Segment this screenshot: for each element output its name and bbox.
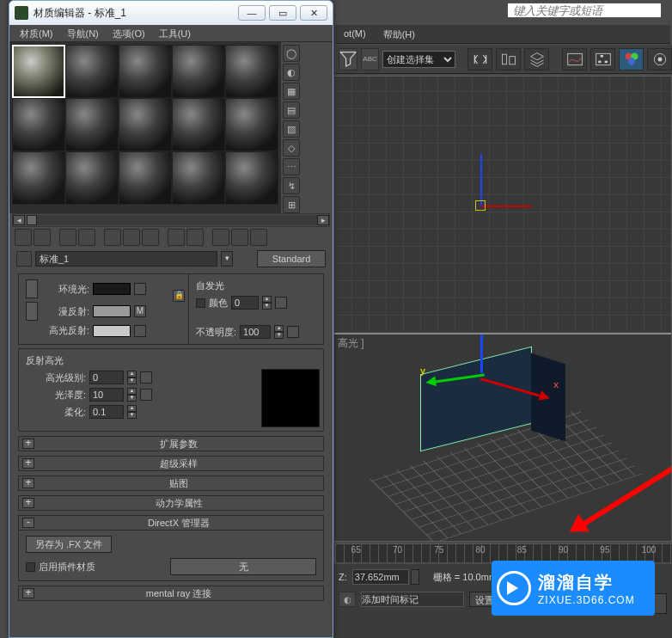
spec-level-map-button[interactable] bbox=[140, 371, 152, 383]
go-parent-icon[interactable] bbox=[231, 229, 248, 246]
spec-level-input[interactable] bbox=[89, 371, 124, 384]
material-name-dropdown[interactable]: ▾ bbox=[221, 251, 233, 267]
diffuse-map-button[interactable]: M bbox=[134, 305, 146, 317]
rollout-extended[interactable]: +扩展参数 bbox=[18, 436, 324, 451]
viewport-top[interactable] bbox=[334, 77, 671, 334]
selfillum-map-button[interactable] bbox=[275, 297, 287, 309]
rollout-dynamics[interactable]: +动力学属性 bbox=[18, 495, 324, 511]
spinner-icon[interactable]: ▲▼ bbox=[127, 405, 137, 419]
sample-slot[interactable] bbox=[119, 45, 172, 98]
menu-options[interactable]: 选项(O) bbox=[106, 25, 152, 41]
layers-icon[interactable] bbox=[524, 48, 549, 71]
specular-swatch[interactable] bbox=[93, 325, 131, 337]
sample-slot[interactable] bbox=[172, 98, 225, 151]
render-setup-icon[interactable] bbox=[647, 48, 672, 71]
sample-slot[interactable] bbox=[12, 98, 65, 151]
menu-help[interactable]: 帮助(H) bbox=[375, 25, 424, 43]
scroll-thumb[interactable] bbox=[27, 215, 37, 225]
spinner-icon[interactable]: ▲▼ bbox=[127, 388, 137, 402]
diffuse-lock-icon[interactable] bbox=[26, 302, 38, 321]
sample-slot[interactable] bbox=[172, 45, 225, 98]
sample-slot[interactable] bbox=[225, 45, 278, 98]
sample-slot[interactable] bbox=[65, 45, 119, 98]
ambient-map-button[interactable] bbox=[134, 283, 146, 295]
ambient-lock-icon[interactable] bbox=[26, 279, 38, 298]
make-preview-icon[interactable]: ◇ bbox=[283, 139, 300, 156]
viewport-area[interactable]: 高光 ] y x bbox=[333, 76, 672, 542]
titlebar[interactable]: 材质编辑器 - 标准_1 ― ▭ ✕ bbox=[9, 1, 333, 25]
matid-icon[interactable] bbox=[168, 229, 185, 246]
spinner-icon[interactable]: ▲▼ bbox=[262, 296, 272, 310]
sample-slot[interactable] bbox=[225, 98, 278, 151]
menu-material[interactable]: 材质(M) bbox=[13, 25, 60, 41]
menu-ot[interactable]: ot(M) bbox=[335, 25, 375, 43]
sample-slot[interactable] bbox=[119, 151, 172, 205]
make-unique-icon[interactable] bbox=[123, 229, 140, 246]
sample-slot[interactable] bbox=[65, 151, 119, 205]
reset-map-icon[interactable] bbox=[78, 229, 95, 246]
gloss-map-button[interactable] bbox=[140, 389, 152, 401]
put-to-scene-icon[interactable] bbox=[34, 229, 51, 246]
select-by-mat-icon[interactable]: ↯ bbox=[283, 177, 300, 194]
spinner-icon[interactable]: ▲▼ bbox=[127, 371, 137, 384]
show-end-icon[interactable] bbox=[212, 229, 229, 246]
scroll-left-icon[interactable]: ◂ bbox=[13, 215, 25, 225]
spinner-icon[interactable]: ▲▼ bbox=[274, 325, 284, 339]
diffuse-swatch[interactable] bbox=[93, 305, 131, 317]
rollout-supersampling[interactable]: +超级采样 bbox=[18, 456, 324, 471]
sample-slot[interactable] bbox=[65, 98, 119, 151]
gizmo-z-axis[interactable] bbox=[480, 334, 483, 373]
viewport-perspective[interactable]: 高光 ] y x bbox=[334, 334, 671, 542]
scroll-right-icon[interactable]: ▸ bbox=[317, 215, 329, 225]
save-fx-button[interactable]: 另存为 .FX 文件 bbox=[26, 536, 112, 553]
selection-set-dropdown[interactable]: 创建选择集 bbox=[382, 51, 455, 68]
sample-slot[interactable] bbox=[172, 151, 225, 205]
minimize-button[interactable]: ― bbox=[238, 5, 266, 21]
schematic-icon[interactable] bbox=[590, 48, 615, 71]
get-material-icon[interactable] bbox=[15, 229, 32, 246]
mat-map-nav-icon[interactable]: ⊞ bbox=[283, 196, 300, 213]
rollout-maps[interactable]: +贴图 bbox=[18, 475, 324, 491]
material-type-button[interactable]: Standard bbox=[257, 250, 326, 267]
assign-to-sel-icon[interactable] bbox=[59, 229, 76, 246]
sample-slot[interactable] bbox=[12, 151, 65, 205]
make-copy-icon[interactable] bbox=[104, 229, 121, 246]
time-tag-icon[interactable]: ◐ bbox=[339, 592, 356, 607]
background-icon[interactable]: ▦ bbox=[283, 83, 300, 100]
coord-z-input[interactable] bbox=[352, 569, 409, 585]
options-icon[interactable]: ⋯ bbox=[283, 158, 300, 175]
put-to-lib-icon[interactable] bbox=[142, 229, 159, 246]
spinner-icon[interactable] bbox=[411, 569, 419, 585]
timeline[interactable]: 65 70 75 80 85 90 95 100 bbox=[335, 543, 672, 562]
maximize-button[interactable]: ▭ bbox=[269, 5, 296, 21]
soften-input[interactable] bbox=[89, 405, 124, 419]
rollout-directx[interactable]: -DirectX 管理器 bbox=[18, 515, 324, 531]
curve-editor-icon[interactable] bbox=[562, 48, 587, 71]
sample-slot[interactable] bbox=[225, 151, 278, 205]
mirror-icon[interactable] bbox=[467, 48, 492, 71]
backlight-icon[interactable]: ◐ bbox=[283, 64, 300, 81]
show-map-icon[interactable] bbox=[186, 229, 204, 246]
eyedropper-icon[interactable] bbox=[16, 251, 32, 267]
filter-icon[interactable] bbox=[339, 48, 357, 71]
menu-navigate[interactable]: 导航(N) bbox=[60, 25, 106, 41]
selfillum-color-checkbox[interactable] bbox=[196, 298, 205, 308]
time-tag-input[interactable] bbox=[361, 592, 464, 607]
enable-plugin-checkbox[interactable] bbox=[26, 562, 35, 572]
sample-type-icon[interactable]: ◯ bbox=[283, 45, 300, 62]
ad-lock-icon[interactable]: 🔒 bbox=[173, 290, 185, 302]
menu-tools[interactable]: 工具(U) bbox=[152, 25, 198, 41]
sample-slot[interactable] bbox=[119, 98, 172, 151]
material-name-input[interactable] bbox=[35, 251, 217, 267]
abc-icon[interactable]: ABC bbox=[361, 48, 379, 71]
rollout-mentalray[interactable]: +mental ray 连接 bbox=[18, 586, 324, 601]
ambient-swatch[interactable] bbox=[93, 283, 131, 295]
sample-hscroll[interactable]: ◂ ▸ bbox=[12, 213, 330, 227]
align-icon[interactable] bbox=[496, 48, 521, 71]
go-sibling-icon[interactable] bbox=[250, 229, 267, 246]
opacity-map-button[interactable] bbox=[287, 326, 299, 338]
selfillum-value-input[interactable] bbox=[231, 296, 259, 310]
plugin-material-button[interactable]: 无 bbox=[170, 558, 316, 575]
close-button[interactable]: ✕ bbox=[300, 5, 327, 21]
video-check-icon[interactable]: ▨ bbox=[283, 120, 300, 138]
